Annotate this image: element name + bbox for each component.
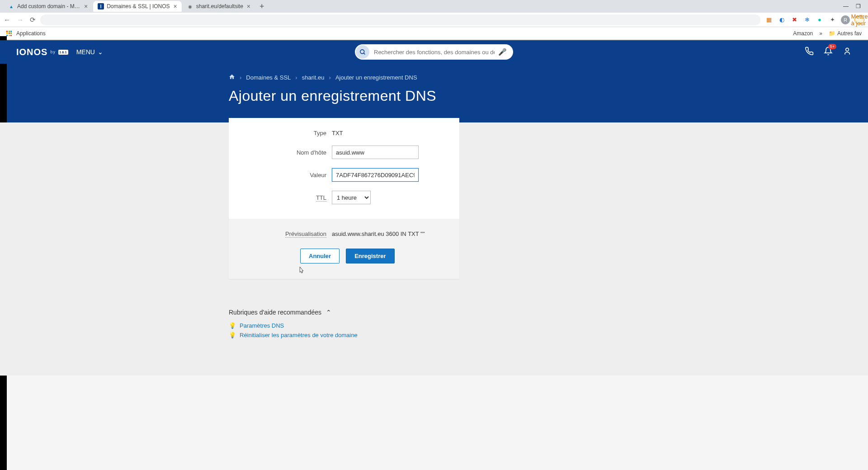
bell-icon[interactable]: 5+ — [824, 47, 833, 58]
one-and-one-badge: 1&1 — [58, 50, 68, 55]
form-row-ttl: TTL 1 heure — [238, 191, 450, 204]
svg-line-1 — [363, 53, 365, 54]
main-area: Type TXT Nom d'hôte Valeur TTL 1 heure — [0, 122, 868, 376]
favicon-azure: ▲ — [8, 3, 14, 9]
help-link-label: Paramètres DNS — [240, 322, 284, 329]
help-link[interactable]: 💡 Paramètres DNS — [229, 322, 639, 329]
search-input[interactable] — [370, 49, 498, 56]
ext-icon[interactable]: ● — [816, 16, 824, 24]
page-banner: › Domaines & SSL › sharit.eu › Ajouter u… — [0, 64, 868, 122]
ext-icon[interactable]: ✖ — [790, 16, 798, 24]
tab-title: sharit.eu/defaultsite — [196, 3, 243, 9]
favicon-ionos: I — [98, 3, 104, 9]
ext-icon[interactable]: ◐ — [778, 16, 786, 24]
breadcrumb-item[interactable]: Domaines & SSL — [246, 74, 291, 81]
lightbulb-icon: 💡 — [229, 332, 236, 338]
svg-point-0 — [360, 49, 364, 53]
notification-badge: 5+ — [828, 44, 836, 49]
mic-icon[interactable]: 🎤 — [498, 48, 507, 56]
tab-3[interactable]: ◉ sharit.eu/defaultsite × — [183, 1, 255, 12]
label-value: Valeur — [238, 172, 332, 179]
logo-text: IONOS — [16, 47, 47, 57]
header-search: 🎤 — [355, 44, 513, 60]
by-label: by — [50, 50, 56, 54]
label-host: Nom d'hôte — [238, 149, 332, 156]
bookmark-other[interactable]: 📁Autres fav — [829, 30, 862, 37]
save-button[interactable]: Enregistrer — [346, 249, 394, 263]
form-row-type: Type TXT — [238, 130, 450, 136]
form-row-host: Nom d'hôte — [238, 146, 450, 159]
preview-value: asuid.www.sharit.eu 3600 IN TXT "" — [332, 230, 425, 237]
help-title: Rubriques d'aide recommandées — [229, 309, 321, 316]
favicon-default: ◉ — [187, 3, 193, 9]
bookmark-applications[interactable]: Applications — [16, 30, 46, 37]
bookmark-more[interactable]: » — [819, 30, 822, 37]
close-icon[interactable]: × — [247, 3, 250, 10]
menu-label: MENU — [76, 48, 95, 56]
new-tab-button[interactable]: + — [256, 2, 268, 11]
label-preview: Prévisualisation — [285, 230, 326, 238]
profile-avatar[interactable]: R — [841, 15, 850, 24]
phone-icon[interactable] — [805, 47, 814, 58]
help-link-label: Réinitialiser les paramètres de votre do… — [240, 332, 358, 338]
form-row-value: Valeur — [238, 168, 450, 182]
value-input[interactable] — [332, 168, 419, 182]
help-header[interactable]: Rubriques d'aide recommandées ⌃ — [229, 309, 639, 316]
close-icon[interactable]: × — [84, 3, 88, 10]
minimize-button[interactable]: — — [843, 3, 849, 9]
reload-button[interactable]: ⟳ — [30, 16, 36, 24]
search-bar[interactable]: 🎤 — [355, 44, 513, 60]
extension-icons: ▦ ◐ ✖ ❄ ● ✦ R Mettre à jour — [765, 15, 864, 24]
user-icon[interactable] — [843, 47, 852, 58]
ext-icon[interactable]: ▦ — [765, 16, 773, 24]
extensions-icon[interactable]: ✦ — [828, 16, 836, 24]
menu-button[interactable]: MENU ⌄ — [76, 48, 103, 56]
help-link[interactable]: 💡 Réinitialiser les paramètres de votre … — [229, 332, 639, 338]
chevron-right-icon: › — [329, 74, 331, 81]
nav-bar: ← → ⟳ ▦ ◐ ✖ ❄ ● ✦ R Mettre à jour — [0, 13, 868, 27]
apps-icon[interactable] — [6, 31, 12, 36]
breadcrumb-home[interactable] — [229, 74, 235, 81]
label-type: Type — [238, 130, 332, 136]
breadcrumb: › Domaines & SSL › sharit.eu › Ajouter u… — [229, 74, 639, 81]
browser-chrome: ▲ Add custom domain - Microsoft × I Doma… — [0, 0, 868, 40]
chevron-down-icon: ⌄ — [98, 48, 103, 56]
ionos-logo[interactable]: IONOS by 1&1 — [16, 47, 68, 57]
back-button[interactable]: ← — [4, 16, 10, 24]
window-controls: — ❐ — [843, 3, 864, 9]
svg-point-2 — [846, 48, 849, 51]
breadcrumb-current: Ajouter un enregistrement DNS — [335, 74, 417, 81]
ext-icon[interactable]: ❄ — [803, 16, 811, 24]
bookmarks-bar: Applications Amazon » 📁Autres fav — [0, 27, 868, 40]
chevron-up-icon: ⌃ — [326, 309, 331, 316]
cancel-button[interactable]: Annuler — [300, 249, 340, 263]
app-header: IONOS by 1&1 MENU ⌄ 🎤 5+ — [0, 40, 868, 64]
lightbulb-icon: 💡 — [229, 322, 236, 329]
maximize-button[interactable]: ❐ — [856, 3, 861, 9]
ttl-select[interactable]: 1 heure — [332, 191, 371, 204]
close-icon[interactable]: × — [174, 3, 177, 10]
forward-button[interactable]: → — [17, 16, 24, 24]
chevron-right-icon: › — [240, 74, 241, 81]
tab-title: Add custom domain - Microsoft — [17, 3, 80, 9]
tab-2[interactable]: I Domaines & SSL | IONOS × — [93, 1, 182, 12]
breadcrumb-item[interactable]: sharit.eu — [302, 74, 325, 81]
search-icon[interactable] — [356, 45, 369, 59]
card-footer: Prévisualisation asuid.www.sharit.eu 360… — [229, 219, 459, 279]
chevron-right-icon: › — [295, 74, 297, 81]
value-type: TXT — [332, 130, 343, 136]
tab-1[interactable]: ▲ Add custom domain - Microsoft × — [4, 1, 92, 12]
url-bar[interactable] — [40, 14, 760, 25]
tab-title: Domaines & SSL | IONOS — [107, 3, 170, 9]
dns-form-card: Type TXT Nom d'hôte Valeur TTL 1 heure — [229, 118, 459, 279]
update-button[interactable]: Mettre à jour — [854, 16, 864, 24]
help-section: Rubriques d'aide recommandées ⌃ 💡 Paramè… — [229, 309, 639, 338]
host-input[interactable] — [332, 146, 419, 159]
bookmark-amazon[interactable]: Amazon — [793, 30, 813, 37]
page-title: Ajouter un enregistrement DNS — [229, 88, 639, 104]
header-right: 5+ — [805, 47, 852, 58]
tab-strip: ▲ Add custom domain - Microsoft × I Doma… — [0, 0, 868, 13]
label-ttl: TTL — [316, 194, 326, 202]
